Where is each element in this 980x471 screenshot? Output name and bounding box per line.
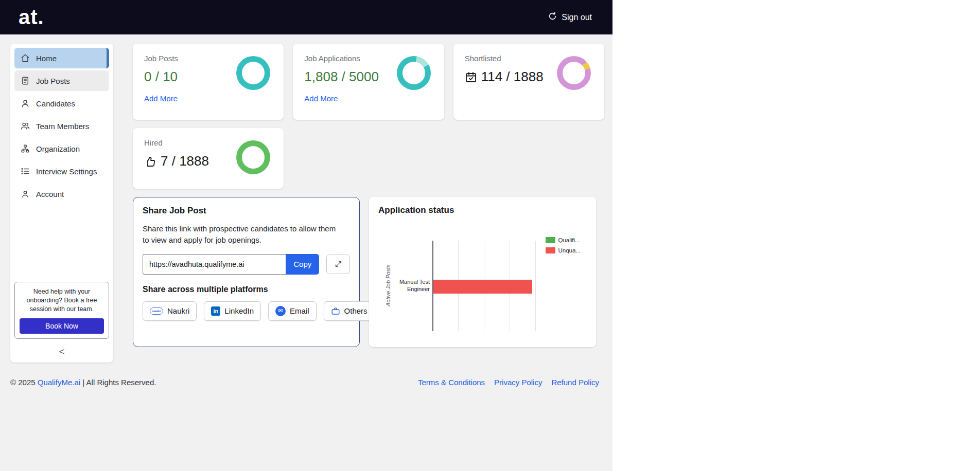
document-icon [21, 76, 30, 85]
stat-card-job-posts: Job Posts 0 / 10 Add More [133, 44, 284, 120]
org-chart-icon [21, 144, 30, 153]
users-icon [21, 121, 30, 131]
terms-link[interactable]: Terms & Conditions [418, 378, 485, 387]
logout-icon [548, 11, 557, 23]
status-card-title: Application status [378, 205, 587, 215]
book-now-button[interactable]: Book Now [20, 318, 104, 334]
share-description: Share this link with prospective candida… [143, 223, 341, 246]
sidebar: Home Job Posts Candidates Team Members O… [10, 44, 113, 363]
share-card-title: Share Job Post [143, 206, 350, 216]
content: Job Posts 0 / 10 Add More Job Applicatio… [133, 44, 604, 363]
status-bar-unqualified [433, 280, 532, 294]
sidebar-nav: Home Job Posts Candidates Team Members O… [14, 48, 109, 206]
home-icon [21, 53, 30, 63]
privacy-link[interactable]: Privacy Policy [494, 378, 542, 387]
bottom-row: Share Job Post Share this link with pros… [133, 197, 604, 347]
sidebar-item-label: Account [36, 190, 64, 198]
x-tick-label: . [430, 332, 431, 336]
share-job-post-card: Share Job Post Share this link with pros… [133, 197, 360, 347]
main-area: Home Job Posts Candidates Team Members O… [0, 34, 612, 363]
app-window: at. Sign out Home Job Posts [0, 0, 612, 471]
thumbs-up-icon [144, 155, 156, 168]
sidebar-item-label: Job Posts [36, 77, 70, 85]
top-bar: at. Sign out [0, 0, 612, 34]
copy-button[interactable]: Copy [286, 254, 319, 275]
share-email-button[interactable]: ✉ Email [268, 301, 317, 321]
application-status-card: Application status Active Job Posts Manu… [369, 197, 596, 347]
share-others-button[interactable]: Others [324, 301, 375, 321]
donut-chart-shortlisted [557, 56, 591, 90]
chart-legend: Qualifi... Unqua... [546, 237, 581, 253]
legend-swatch-unqualified [546, 247, 555, 253]
sidebar-item-candidates[interactable]: Candidates [14, 93, 109, 114]
sign-out-label: Sign out [562, 13, 592, 22]
sidebar-item-label: Team Members [36, 122, 89, 131]
sidebar-collapse-button[interactable]: < [14, 346, 109, 357]
chart-category-label: Manual Test Engineer [397, 278, 430, 293]
email-icon: ✉ [275, 306, 286, 316]
briefcase-icon [331, 306, 340, 316]
sidebar-item-label: Interview Settings [36, 167, 97, 176]
share-link-row: Copy [143, 254, 350, 275]
share-naukri-button[interactable]: naukri Naukri [143, 301, 197, 321]
calendar-check-icon [465, 71, 477, 83]
donut-chart-job-applications [397, 56, 431, 90]
linkedin-icon: in [211, 306, 220, 316]
add-more-link[interactable]: Add More [304, 94, 338, 103]
sign-out-button[interactable]: Sign out [548, 11, 592, 23]
platforms-title: Share across multiple platforms [143, 285, 350, 294]
legend-item-unqualified: Unqua... [546, 247, 581, 253]
list-icon [21, 167, 30, 176]
expand-icon [335, 260, 342, 268]
x-tick-label: ... [481, 332, 486, 336]
sidebar-item-label: Candidates [36, 99, 75, 108]
onboarding-help-box: Need help with your onboarding? Book a f… [14, 282, 109, 339]
platform-row: naukri Naukri in LinkedIn ✉ Email [143, 301, 350, 321]
sidebar-item-account[interactable]: Account [14, 184, 109, 204]
sidebar-item-organization[interactable]: Organization [14, 138, 109, 159]
stats-row-1: Job Posts 0 / 10 Add More Job Applicatio… [133, 44, 604, 120]
donut-chart-job-posts [236, 56, 270, 90]
expand-button[interactable] [326, 255, 350, 274]
sidebar-item-label: Home [36, 54, 57, 63]
sidebar-item-label: Organization [36, 144, 80, 153]
sidebar-item-home[interactable]: Home [14, 48, 109, 68]
brand-link[interactable]: QualifyMe.ai [38, 378, 80, 387]
account-icon [21, 189, 30, 198]
refund-link[interactable]: Refund Policy [551, 378, 599, 387]
logo[interactable]: at. [19, 6, 44, 29]
footer: © 2025 QualifyMe.ai | All Rights Reserve… [0, 378, 612, 387]
stat-card-job-applications: Job Applications 1,808 / 5000 Add More [293, 44, 444, 120]
add-more-link[interactable]: Add More [144, 94, 178, 103]
naukri-icon: naukri [150, 307, 163, 315]
sidebar-item-interview-settings[interactable]: Interview Settings [14, 161, 109, 182]
help-box-text: Need help with your onboarding? Book a f… [20, 287, 104, 314]
stats-row-2: Hired 7 / 1888 [133, 128, 604, 189]
sidebar-item-job-posts[interactable]: Job Posts [14, 70, 109, 91]
stat-card-shortlisted: Shortlisted 114 / 1888 [453, 44, 604, 120]
legend-item-qualified: Qualifi... [546, 237, 581, 243]
copyright: © 2025 QualifyMe.ai | All Rights Reserve… [10, 378, 156, 387]
application-status-chart: Active Job Posts Manual Test Engineer Qu… [378, 219, 587, 342]
donut-chart-hired [236, 140, 270, 174]
footer-links: Terms & Conditions Privacy Policy Refund… [418, 378, 599, 387]
stat-card-hired: Hired 7 / 1888 [133, 128, 284, 189]
chart-y-axis-label: Active Job Posts [385, 252, 391, 319]
user-icon [21, 99, 30, 108]
share-url-input[interactable] [143, 254, 286, 275]
sidebar-item-team-members[interactable]: Team Members [14, 116, 109, 136]
x-tick-label: ... [532, 332, 537, 336]
share-linkedin-button[interactable]: in LinkedIn [204, 301, 261, 321]
legend-swatch-qualified [546, 237, 555, 243]
chart-gridline [535, 241, 536, 331]
